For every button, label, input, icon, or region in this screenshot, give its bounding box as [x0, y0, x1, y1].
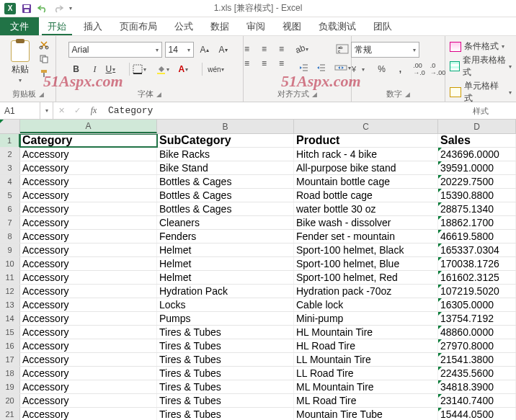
cell[interactable]: 48860.0000	[438, 326, 516, 339]
increase-decimal-icon[interactable]: .00→.0	[412, 62, 427, 76]
cell[interactable]: Accessory	[20, 257, 157, 270]
cell[interactable]: Accessory	[20, 408, 157, 420]
cell[interactable]: Tires & Tubes	[157, 353, 294, 366]
cell[interactable]: 34818.3900	[438, 380, 516, 393]
cell[interactable]: Accessory	[20, 394, 157, 407]
qat-dropdown-icon[interactable]: ▾	[69, 5, 72, 12]
paste-button[interactable]: 粘贴 ▾	[6, 39, 35, 85]
row-header[interactable]: 19	[0, 380, 20, 393]
cell[interactable]: Mountain Tire Tube	[294, 408, 438, 420]
cell[interactable]: Accessory	[20, 148, 157, 161]
cell[interactable]: 39591.0000	[438, 161, 516, 174]
cell[interactable]: Bike wash - dissolver	[294, 216, 438, 229]
font-name-combo[interactable]: Arial▾	[68, 42, 162, 58]
orientation-button[interactable]: ab▾	[295, 42, 320, 56]
cell[interactable]: Accessory	[20, 326, 157, 339]
cell[interactable]: Accessory	[20, 230, 157, 243]
row-header[interactable]: 14	[0, 312, 20, 325]
align-left-icon[interactable]: ≡	[239, 56, 255, 71]
tab-page-layout[interactable]: 页面布局	[111, 17, 166, 35]
cell[interactable]: Accessory	[20, 353, 157, 366]
cell[interactable]: 46619.5800	[438, 230, 516, 243]
cell[interactable]: Accessory	[20, 175, 157, 188]
phonetic-button[interactable]: wén▾	[205, 62, 227, 76]
cell[interactable]: Bottles & Cages	[157, 175, 294, 188]
col-header-C[interactable]: C	[294, 120, 438, 133]
cell[interactable]: 23140.7400	[438, 394, 516, 407]
cell[interactable]: Tires & Tubes	[157, 408, 294, 420]
row-header[interactable]: 15	[0, 326, 20, 339]
decrease-decimal-icon[interactable]: .0→.00	[430, 62, 446, 76]
decrease-indent-icon[interactable]	[295, 61, 311, 75]
cell[interactable]: 22435.5600	[438, 367, 516, 380]
paste-dropdown-icon[interactable]: ▾	[19, 77, 22, 84]
wrap-text-button[interactable]: abc	[334, 42, 350, 56]
col-header-A[interactable]: A	[20, 120, 157, 133]
font-dialog-launcher-icon[interactable]: ◢	[156, 91, 161, 98]
cell[interactable]: Accessory	[20, 271, 157, 284]
cell[interactable]: 243696.0000	[438, 148, 516, 161]
cell[interactable]: LL Mountain Tire	[294, 353, 438, 366]
cell[interactable]: Sport-100 helmet, Black	[294, 243, 438, 256]
increase-indent-icon[interactable]	[313, 61, 329, 75]
cell[interactable]: HL Road Tire	[294, 339, 438, 352]
cell[interactable]: 28875.1340	[438, 202, 516, 215]
cell[interactable]: Mini-pump	[294, 312, 438, 325]
fx-icon[interactable]: fx	[85, 105, 102, 116]
cell-D1[interactable]: Sales	[438, 134, 516, 147]
cell[interactable]: Accessory	[20, 339, 157, 352]
row-header[interactable]: 17	[0, 353, 20, 366]
cancel-formula-icon[interactable]: ✕	[53, 106, 69, 115]
cell[interactable]: Accessory	[20, 243, 157, 256]
cell[interactable]: Road bottle cage	[294, 189, 438, 202]
tab-home[interactable]: 开始	[39, 17, 75, 35]
copy-icon[interactable]	[37, 53, 50, 65]
row-header[interactable]: 13	[0, 298, 20, 311]
row-header[interactable]: 3	[0, 161, 20, 174]
cell[interactable]: Accessory	[20, 216, 157, 229]
cell[interactable]: Hitch rack - 4 bike	[294, 148, 438, 161]
font-size-combo[interactable]: 14▾	[165, 42, 194, 58]
formula-input[interactable]: Category	[102, 105, 516, 116]
cell[interactable]: LL Road Tire	[294, 367, 438, 380]
align-top-icon[interactable]: ≡	[239, 42, 255, 56]
cell[interactable]: Helmet	[157, 271, 294, 284]
number-dialog-launcher-icon[interactable]: ◢	[405, 91, 410, 98]
cell[interactable]: Accessory	[20, 202, 157, 215]
align-middle-icon[interactable]: ≡	[257, 42, 272, 56]
row-header[interactable]: 10	[0, 257, 20, 270]
cell[interactable]: Cleaners	[157, 216, 294, 229]
save-icon[interactable]	[22, 4, 32, 14]
cell-A1[interactable]: Category	[20, 134, 157, 147]
enter-formula-icon[interactable]: ✓	[69, 106, 85, 115]
bold-button[interactable]: B	[68, 62, 84, 76]
row-header[interactable]: 2	[0, 148, 20, 161]
clipboard-dialog-launcher-icon[interactable]: ◢	[39, 91, 44, 98]
cell[interactable]: Hydration pack -70oz	[294, 285, 438, 298]
row-header[interactable]: 4	[0, 175, 20, 188]
row-header[interactable]: 8	[0, 230, 20, 243]
accounting-format-button[interactable]: ¥▾	[351, 62, 371, 76]
row-header[interactable]: 7	[0, 216, 20, 229]
percent-button[interactable]: %	[374, 62, 390, 76]
cell[interactable]: Locks	[157, 298, 294, 311]
cell[interactable]: Tires & Tubes	[157, 380, 294, 393]
row-header[interactable]: 11	[0, 271, 20, 284]
cell[interactable]: Bike Racks	[157, 148, 294, 161]
row-header[interactable]: 18	[0, 367, 20, 380]
row-header[interactable]: 6	[0, 202, 20, 215]
cell[interactable]: ML Mountain Tire	[294, 380, 438, 393]
comma-button[interactable]: ,	[393, 62, 409, 76]
cell[interactable]: Accessory	[20, 285, 157, 298]
row-header[interactable]: 20	[0, 394, 20, 407]
tab-insert[interactable]: 插入	[75, 17, 111, 35]
cell[interactable]: Sport-100 helmet, Blue	[294, 257, 438, 270]
cell[interactable]: 16305.0000	[438, 298, 516, 311]
cell[interactable]: Mountain bottle cage	[294, 175, 438, 188]
font-color-button[interactable]: A▾	[179, 62, 199, 76]
cell-styles-button[interactable]: 单元格样式▾	[450, 80, 512, 104]
shrink-font-icon[interactable]: A▾	[215, 43, 231, 57]
cell[interactable]: Hydration Pack	[157, 285, 294, 298]
cell[interactable]: Bottles & Cages	[157, 189, 294, 202]
cell[interactable]: ML Road Tire	[294, 394, 438, 407]
